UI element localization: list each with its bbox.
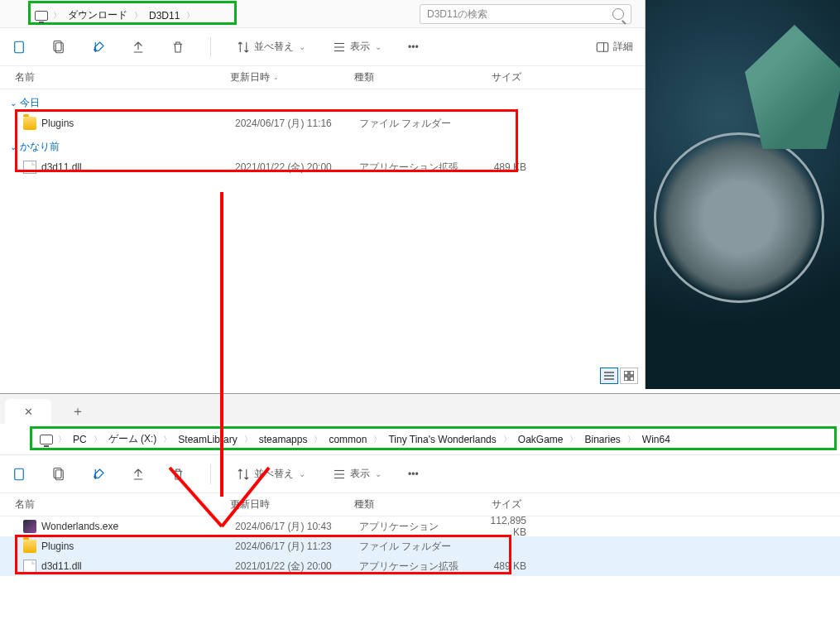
chevron-icon[interactable]: 〉	[312, 434, 324, 445]
group-header-old[interactable]: ⌄ かなり前	[0, 133, 645, 157]
chevron-icon[interactable]: 〉	[51, 10, 63, 22]
share-button[interactable]	[127, 464, 149, 485]
chevron-icon[interactable]: 〉	[92, 434, 103, 445]
file-type: アプリケーション拡張	[359, 560, 477, 574]
breadcrumb[interactable]: 〉 PC 〉 ゲーム (X:) 〉 SteamLibrary 〉 steamap…	[33, 429, 679, 450]
chevron-icon[interactable]: 〉	[185, 10, 196, 22]
chevron-icon[interactable]: 〉	[161, 434, 173, 445]
file-date: 2021/01/22 (金) 20:00	[235, 560, 359, 574]
copy-button[interactable]	[48, 464, 70, 485]
more-button[interactable]: •••	[405, 38, 422, 56]
share-button[interactable]	[127, 36, 149, 58]
sort-button[interactable]: 並べ替え⌄	[233, 36, 310, 58]
col-type[interactable]: 種類	[354, 70, 472, 84]
crumb-oak[interactable]: OakGame	[513, 434, 569, 445]
chevron-icon[interactable]: 〉	[56, 434, 68, 445]
file-name: d3d11.dll	[41, 161, 235, 173]
view-button[interactable]: 表示⌄	[329, 36, 386, 58]
tab-new[interactable]: ＋	[55, 399, 101, 424]
details-label: 詳細	[613, 40, 633, 54]
copy-button[interactable]	[48, 36, 70, 58]
list-item[interactable]: Plugins 2024/06/17 (月) 11:16 ファイル フォルダー	[0, 113, 645, 133]
group-label: 今日	[20, 96, 40, 110]
crumb-game[interactable]: Tiny Tina's Wonderlands	[383, 434, 501, 445]
search-icon	[612, 8, 624, 20]
collapse-icon[interactable]: ⌄	[10, 98, 17, 108]
crumb-pc[interactable]: PC	[68, 434, 92, 445]
file-icon	[23, 560, 36, 573]
view-details-button[interactable]	[600, 368, 618, 384]
chevron-icon[interactable]: 〉	[132, 10, 144, 22]
col-date[interactable]: 更新日時	[230, 497, 354, 512]
crumb-downloads[interactable]: ダウンロード	[63, 8, 132, 22]
cut-button[interactable]	[8, 36, 30, 58]
group-label: かなり前	[20, 140, 60, 154]
folder-icon	[23, 540, 36, 553]
view-icons-button[interactable]	[620, 368, 638, 384]
file-icon	[23, 161, 36, 174]
delete-button[interactable]	[167, 464, 189, 485]
col-name[interactable]: 名前	[15, 497, 230, 512]
file-size: 112,895 KB	[477, 515, 526, 538]
file-list: ⌄ 今日 Plugins 2024/06/17 (月) 11:16 ファイル フ…	[0, 89, 645, 177]
sort-label: 並べ替え	[254, 467, 294, 481]
search-placeholder: D3D11の検索	[427, 7, 487, 22]
file-list: Wonderlands.exe 2024/06/17 (月) 10:43 アプリ…	[0, 516, 840, 576]
tab-current[interactable]: ✕	[5, 399, 51, 424]
file-date: 2021/01/22 (金) 20:00	[235, 161, 359, 175]
collapse-icon[interactable]: ⌄	[10, 142, 17, 151]
delete-button[interactable]	[167, 36, 189, 58]
chevron-icon[interactable]: 〉	[626, 434, 637, 445]
rename-button[interactable]	[88, 36, 109, 58]
col-size[interactable]: サイズ	[472, 497, 521, 512]
file-type: アプリケーション	[359, 520, 477, 534]
svg-rect-13	[624, 377, 628, 381]
list-item[interactable]: d3d11.dll 2021/01/22 (金) 20:00 アプリケーション拡…	[0, 157, 645, 177]
file-date: 2024/06/17 (月) 10:43	[235, 520, 359, 534]
col-type[interactable]: 種類	[354, 497, 472, 512]
chevron-icon[interactable]: 〉	[568, 434, 579, 445]
explorer-window-destination: ✕ ＋ 〉 PC 〉 ゲーム (X:) 〉 SteamLibrary 〉 ste…	[0, 393, 840, 639]
group-header-today[interactable]: ⌄ 今日	[0, 89, 645, 113]
crumb-drive[interactable]: ゲーム (X:)	[103, 432, 162, 446]
crumb-win64[interactable]: Win64	[637, 434, 675, 445]
view-button[interactable]: 表示⌄	[329, 464, 386, 485]
more-button[interactable]: •••	[405, 465, 422, 483]
col-name[interactable]: 名前	[15, 70, 230, 84]
crumb-steamlib[interactable]: SteamLibrary	[173, 434, 242, 445]
crumb-d3d11[interactable]: D3D11	[144, 10, 185, 22]
folder-icon	[23, 117, 36, 130]
col-date[interactable]: 更新日時⌄	[230, 70, 354, 84]
col-size[interactable]: サイズ	[472, 70, 521, 84]
details-button[interactable]: 詳細	[592, 36, 636, 58]
svg-rect-14	[630, 377, 634, 381]
file-type: ファイル フォルダー	[359, 540, 477, 554]
crumb-common[interactable]: common	[324, 434, 372, 445]
chevron-icon[interactable]: 〉	[242, 434, 254, 445]
svg-rect-6	[597, 42, 608, 51]
file-name: Plugins	[41, 118, 235, 129]
cut-button[interactable]	[8, 464, 30, 485]
crumb-steamapps[interactable]: steamapps	[254, 434, 313, 445]
toolbar: 並べ替え⌄ 表示⌄ ••• 詳細	[0, 28, 645, 66]
list-item[interactable]: d3d11.dll 2021/01/22 (金) 20:00 アプリケーション拡…	[0, 556, 840, 576]
breadcrumb[interactable]: 〉 ダウンロード 〉 D3D11 〉	[28, 5, 199, 26]
crumb-binaries[interactable]: Binaries	[579, 434, 625, 445]
svg-rect-0	[15, 41, 24, 53]
game-background-art	[646, 0, 840, 389]
separator	[210, 464, 211, 484]
file-type: ファイル フォルダー	[359, 117, 477, 131]
rename-button[interactable]	[88, 464, 109, 485]
close-tab-icon[interactable]: ✕	[24, 406, 33, 418]
sort-arrow-icon: ⌄	[273, 74, 279, 81]
file-name: d3d11.dll	[41, 560, 235, 572]
exe-icon	[23, 520, 36, 533]
chevron-icon[interactable]: 〉	[372, 434, 383, 445]
list-item[interactable]: Wonderlands.exe 2024/06/17 (月) 10:43 アプリ…	[0, 516, 840, 536]
list-item[interactable]: Plugins 2024/06/17 (月) 11:23 ファイル フォルダー	[0, 536, 840, 556]
sort-button[interactable]: 並べ替え⌄	[233, 464, 310, 485]
toolbar-right: 詳細	[592, 36, 636, 58]
search-input[interactable]: D3D11の検索	[420, 4, 631, 24]
pc-icon	[40, 435, 53, 444]
chevron-icon[interactable]: 〉	[502, 434, 513, 445]
